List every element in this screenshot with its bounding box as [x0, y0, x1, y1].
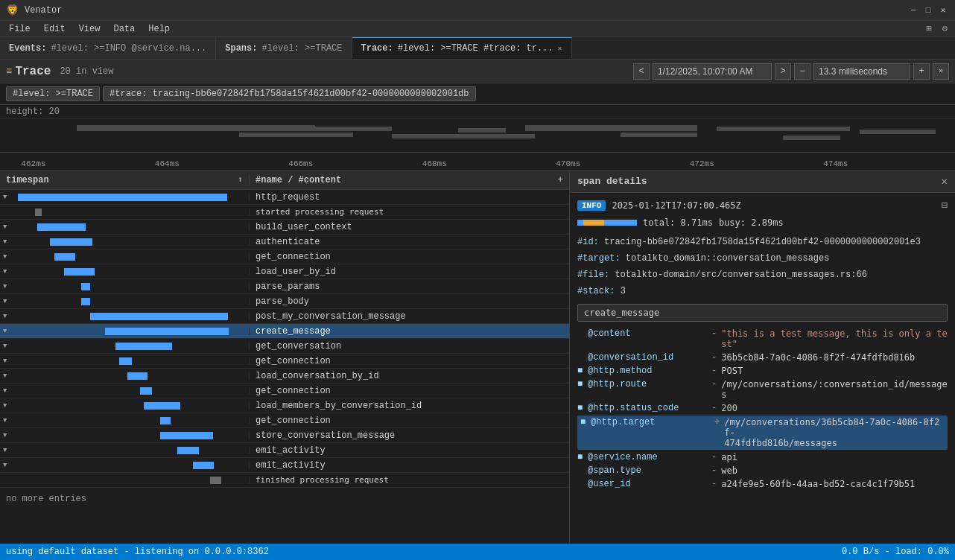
span-row[interactable]: started processing request: [0, 205, 569, 220]
span-timespan: ▼: [0, 253, 250, 261]
attr-http-route: ■ @http.route - /my/conversations/:conve…: [577, 378, 948, 401]
span-timespan: ▼: [0, 313, 250, 320]
filter-icon[interactable]: ⊟: [942, 199, 948, 211]
details-panel: span details ✕ INFO 2025-01-12T17:07:00.…: [570, 171, 955, 544]
span-row[interactable]: ▼ build_user_context: [0, 220, 569, 235]
nav-forward-button[interactable]: »: [933, 63, 949, 80]
duration-input[interactable]: [813, 63, 910, 80]
span-row[interactable]: ▼ parse_body: [0, 294, 569, 309]
mini-bar-6: [525, 125, 697, 131]
span-name: parse_params: [250, 281, 569, 292]
span-row[interactable]: ▼ parse_params: [0, 279, 569, 294]
mini-timeline: [0, 119, 955, 153]
timing-busy: busy: 2.89ms: [719, 217, 784, 228]
filter-level[interactable]: #level: >=TRACE: [6, 86, 100, 101]
span-row[interactable]: ▼ get_connection: [0, 413, 569, 428]
span-row[interactable]: ▼ create_message: [0, 324, 569, 339]
span-chevron: ▼: [3, 432, 12, 439]
span-chevron: ▼: [3, 298, 12, 305]
nav-prev-button[interactable]: <: [633, 63, 650, 80]
toolbar-icon-grid[interactable]: ⊞: [922, 23, 936, 34]
status-left: using default dataset - listening on 0.0…: [6, 547, 269, 557]
datetime-input[interactable]: [653, 63, 772, 80]
span-timespan: ▼: [0, 417, 250, 424]
span-bar-container: [42, 372, 246, 380]
span-name: get_connection: [250, 386, 569, 396]
span-name: load_user_by_id: [250, 267, 569, 277]
span-bar: [54, 253, 76, 261]
menu-data[interactable]: Data: [107, 22, 141, 36]
span-row[interactable]: ▼ authenticate: [0, 235, 569, 249]
spans-body[interactable]: ▼ http_request started processing reques…: [0, 190, 569, 544]
span-bar: [177, 447, 199, 454]
duration-plus-button[interactable]: +: [913, 63, 930, 80]
span-bar: [105, 328, 229, 335]
span-row[interactable]: ▼ post_my_conversation_message: [0, 309, 569, 324]
span-timespan: ▼: [0, 372, 250, 380]
nav-next-button[interactable]: >: [775, 63, 791, 80]
span-bar-container: [42, 357, 246, 365]
span-timespan: ▼: [0, 343, 250, 350]
span-row[interactable]: ▼ emit_activity: [0, 458, 569, 473]
spans-panel: timespan ⬆ #name / #content + ▼ http_req…: [0, 171, 570, 544]
span-bar: [37, 223, 86, 231]
minimize-button[interactable]: ─: [907, 4, 919, 16]
menu-file[interactable]: File: [3, 22, 37, 36]
span-bar: [160, 417, 171, 424]
filter-trace[interactable]: #trace: tracing-bb6e072842fb1758da15f462…: [103, 86, 475, 101]
span-row[interactable]: ▼ store_conversation_message: [0, 428, 569, 443]
close-button[interactable]: ✕: [937, 4, 949, 16]
span-bar: [35, 209, 42, 216]
span-name: get_connection: [250, 416, 569, 426]
span-row[interactable]: ▼ load_user_by_id: [0, 264, 569, 279]
menu-edit[interactable]: Edit: [38, 22, 72, 36]
span-row[interactable]: ▼ emit_activity: [0, 443, 569, 458]
span-row[interactable]: ▼ get_conversation: [0, 339, 569, 354]
timing-bar-busy: [583, 220, 604, 226]
col-timespan-label: timespan: [6, 175, 49, 185]
span-row[interactable]: ▼ get_connection: [0, 249, 569, 264]
span-timespan: [0, 209, 250, 216]
span-chevron: ▼: [3, 268, 12, 276]
mini-bar-4: [392, 134, 535, 139]
tab-events[interactable]: Events: #level: >=INFO @service.na...: [0, 37, 216, 59]
span-timespan: ▼: [0, 447, 250, 454]
span-row[interactable]: ▼ load_conversation_by_id: [0, 369, 569, 384]
mini-bar-7: [621, 133, 697, 137]
span-row[interactable]: ▼ get_connection: [0, 354, 569, 369]
span-bar: [144, 402, 180, 410]
span-bar: [127, 372, 147, 380]
span-chevron: ▼: [3, 283, 12, 290]
tab-trace[interactable]: Trace: #level: >=TRACE #trace: tr... ✕: [352, 37, 572, 59]
detail-file: #file: totalkto-domain/src/conversation_…: [577, 268, 948, 281]
span-timespan: ▼: [0, 283, 250, 290]
span-row[interactable]: ▼ http_request: [0, 190, 569, 205]
detail-stack: #stack: 3: [577, 284, 948, 298]
tab-trace-close[interactable]: ✕: [558, 44, 562, 53]
tab-spans[interactable]: Spans: #level: >=TRACE: [216, 37, 352, 59]
toolbar-icon-settings[interactable]: ⚙: [938, 23, 952, 34]
toolbar: ≡ Trace 20 in view < > − + »: [0, 60, 955, 83]
span-chevron: ▼: [3, 313, 12, 320]
col-add-icon[interactable]: +: [558, 175, 563, 185]
span-bar-container: [24, 223, 246, 231]
attr-user-id: @user_id - a24fe9e5-60fb-44aa-bd52-cac4c…: [577, 478, 948, 490]
menu-help[interactable]: Help: [142, 22, 176, 36]
span-bar: [119, 357, 131, 365]
span-chevron: ▼: [3, 462, 12, 469]
menu-view[interactable]: View: [73, 22, 107, 36]
duration-minus-button[interactable]: −: [794, 63, 810, 80]
span-name: parse_body: [250, 296, 569, 307]
span-row[interactable]: ▼ load_members_by_conversation_id: [0, 398, 569, 413]
span-name: get_conversation: [250, 341, 569, 351]
details-close-button[interactable]: ✕: [942, 175, 948, 188]
spans-header: timespan ⬆ #name / #content +: [0, 171, 569, 190]
span-bar-container: [24, 298, 246, 305]
col-timespan-sort[interactable]: ⬆: [238, 174, 243, 185]
span-name: store_conversation_message: [250, 430, 569, 441]
span-row[interactable]: finished processing request: [0, 473, 569, 488]
span-row[interactable]: ▼ get_connection: [0, 384, 569, 398]
span-name: build_user_context: [250, 222, 569, 232]
maximize-button[interactable]: □: [922, 4, 934, 16]
span-bar: [50, 238, 92, 246]
